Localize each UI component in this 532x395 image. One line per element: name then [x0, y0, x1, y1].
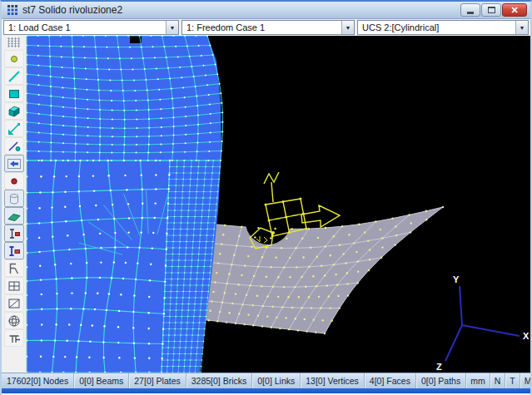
ibeam-blue-icon	[6, 243, 22, 259]
minimize-button[interactable]	[460, 3, 480, 17]
axis-label-z: Z	[436, 362, 442, 372]
red-node-icon	[6, 173, 22, 190]
section-icon	[6, 330, 22, 347]
axis-label-x: X	[523, 331, 530, 341]
cylinder-icon	[6, 190, 22, 207]
load-case-value: 1: Load Case 1	[4, 22, 166, 32]
beam-axes-button[interactable]	[4, 242, 24, 259]
maximize-button[interactable]	[481, 3, 501, 17]
chevron-down-icon[interactable]: ▼	[341, 21, 354, 34]
links-count: 0[0] Links	[252, 373, 301, 388]
close-button[interactable]: ✕	[502, 3, 527, 17]
brick-display-button[interactable]	[4, 102, 24, 120]
wire-sphere-icon	[6, 313, 22, 329]
model-viewport[interactable]: YXZ	[27, 36, 530, 373]
status-bar: 17602[0] Nodes 0[0] Beams 27[0] Plates 3…	[2, 373, 530, 388]
brick-icon	[6, 103, 22, 120]
case-toolbar: 1: Load Case 1 ▼ 1: Freedom Case 1 ▼ UCS…	[2, 19, 530, 36]
unit-mass: T	[505, 373, 520, 388]
unit-length: mm	[466, 373, 490, 388]
unit-force: N	[490, 373, 506, 388]
nodes-count: 17602[0] Nodes	[2, 373, 74, 388]
plate-icon	[6, 86, 22, 102]
minimize-icon	[467, 12, 474, 14]
beams-count: 0[0] Beams	[74, 373, 129, 388]
node-display-button[interactable]	[4, 50, 24, 67]
green-plate-icon	[6, 208, 22, 225]
beam-icon	[6, 68, 22, 85]
ucs-combobox[interactable]: UCS 2:[Cylindrical] ▼	[357, 20, 529, 35]
bricks-count: 3285[0] Bricks	[186, 373, 253, 388]
beam-display-button[interactable]	[4, 67, 24, 85]
freedom-case-combobox[interactable]: 1: Freedom Case 1 ▼	[181, 20, 355, 35]
brick-style-button[interactable]	[4, 190, 24, 207]
title-bar[interactable]: st7 Solido rivoluzione2 ✕	[2, 2, 530, 19]
window-title: st7 Solido rivoluzione2	[22, 4, 460, 16]
ucs-value: UCS 2:[Cylindrical]	[358, 22, 515, 32]
unit-stress: MPa	[520, 373, 530, 388]
vertex-display-button[interactable]	[4, 137, 24, 155]
chevron-down-icon[interactable]: ▼	[515, 21, 528, 34]
section-tool-button[interactable]	[4, 329, 24, 347]
clamp-icon	[6, 260, 22, 277]
load-display-button[interactable]	[4, 155, 24, 172]
load-case-combobox[interactable]: 1: Load Case 1 ▼	[3, 20, 179, 35]
sphere-render-button[interactable]	[4, 312, 24, 329]
app-window: st7 Solido rivoluzione2 ✕ 1: Load Case 1…	[0, 0, 532, 395]
diagonal-box-icon	[6, 295, 22, 312]
wireframe-view-button[interactable]	[4, 277, 24, 294]
toolbar-grip[interactable]	[7, 37, 21, 47]
axis-label-y: Y	[453, 274, 460, 284]
load-arrow-icon	[6, 156, 22, 172]
plate-display-button[interactable]	[4, 85, 24, 102]
grid-icon	[6, 278, 22, 294]
close-icon: ✕	[510, 5, 518, 16]
paths-count: 0[0] Paths	[416, 373, 466, 388]
outline-view-button[interactable]	[4, 294, 24, 312]
chevron-down-icon[interactable]: ▼	[166, 21, 178, 34]
entity-toolbar	[2, 36, 27, 373]
node-symbols-button[interactable]	[4, 172, 24, 190]
vertex-icon	[6, 138, 22, 155]
link-icon	[6, 121, 22, 137]
beam-section-button[interactable]	[4, 225, 24, 242]
link-display-button[interactable]	[4, 120, 24, 137]
maximize-icon	[488, 7, 495, 13]
ibeam-red-icon	[6, 225, 22, 242]
freedom-case-value: 1: Freedom Case 1	[182, 22, 341, 32]
node-icon	[6, 51, 22, 67]
plate-style-button[interactable]	[4, 207, 24, 225]
app-logo-icon	[7, 4, 18, 16]
clamp-tool-button[interactable]	[4, 259, 24, 277]
faces-count: 4[0] Faces	[365, 373, 416, 388]
plates-count: 27[0] Plates	[129, 373, 186, 388]
window-bottom-border	[2, 388, 530, 393]
vertices-count: 13[0] Vertices	[301, 373, 365, 388]
